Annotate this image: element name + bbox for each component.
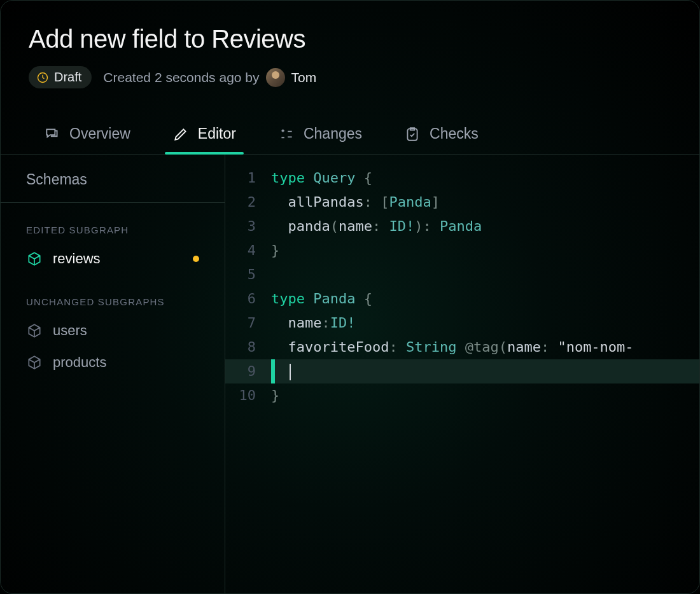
status-badge: Draft xyxy=(29,66,92,88)
page-title: Add new field to Reviews xyxy=(29,25,671,53)
code-content: favoriteFood: String @tag(name: "nom-nom… xyxy=(271,335,699,359)
tab-label: Overview xyxy=(69,125,130,142)
tab-label: Changes xyxy=(304,125,362,142)
code-line[interactable]: 2 allPandas: [Panda] xyxy=(225,190,699,214)
sidebar-title: Schemas xyxy=(1,171,225,203)
diff-icon xyxy=(278,126,295,142)
line-number: 5 xyxy=(225,263,271,287)
code-editor[interactable]: 1type Query {2 allPandas: [Panda]3 panda… xyxy=(225,155,699,594)
line-number: 3 xyxy=(225,214,271,238)
line-number: 7 xyxy=(225,311,271,335)
avatar xyxy=(266,68,285,87)
line-number: 8 xyxy=(225,335,271,359)
cube-icon xyxy=(26,322,43,339)
code-line[interactable]: 4} xyxy=(225,238,699,263)
code-content: } xyxy=(271,383,699,408)
sidebar-item-reviews[interactable]: reviews xyxy=(26,243,199,275)
sidebar-item-label: products xyxy=(53,354,106,371)
code-line[interactable]: 1type Query { xyxy=(225,166,699,190)
tabs: Overview Editor Changes Checks xyxy=(1,115,699,155)
code-line[interactable]: 6type Panda { xyxy=(225,287,699,311)
code-content: type Query { xyxy=(271,166,699,190)
author-name: Tom xyxy=(291,70,317,85)
modified-dot-icon xyxy=(193,256,199,262)
cube-icon xyxy=(26,251,43,267)
sidebar-item-products[interactable]: products xyxy=(26,347,199,378)
sidebar: Schemas EDITED SUBGRAPH reviews UNCHANGE… xyxy=(1,155,225,594)
tab-label: Editor xyxy=(198,125,236,142)
code-content: name:ID! xyxy=(271,311,699,335)
section-label-unchanged: UNCHANGED SUBGRAPHS xyxy=(26,296,199,307)
code-content: panda(name: ID!): Panda xyxy=(271,214,699,238)
clock-icon xyxy=(36,71,49,84)
tab-label: Checks xyxy=(430,125,479,142)
cursor xyxy=(290,364,291,380)
tab-checks[interactable]: Checks xyxy=(402,115,481,154)
pencil-icon xyxy=(172,126,189,142)
line-number: 9 xyxy=(225,359,271,383)
code-content: allPandas: [Panda] xyxy=(271,190,699,214)
code-line[interactable]: 10} xyxy=(225,383,699,408)
code-content xyxy=(271,359,699,383)
line-number: 6 xyxy=(225,287,271,311)
created-prefix: Created 2 seconds ago by xyxy=(103,70,259,85)
code-line[interactable]: 3 panda(name: ID!): Panda xyxy=(225,214,699,238)
code-content: type Panda { xyxy=(271,287,699,311)
line-number: 4 xyxy=(225,238,271,263)
sidebar-item-label: users xyxy=(53,322,87,339)
tab-overview[interactable]: Overview xyxy=(41,115,133,154)
line-number: 1 xyxy=(225,166,271,190)
line-number: 2 xyxy=(225,190,271,214)
section-label-edited: EDITED SUBGRAPH xyxy=(26,224,199,235)
meta-row: Draft Created 2 seconds ago by Tom xyxy=(29,66,671,88)
code-line[interactable]: 5 xyxy=(225,263,699,287)
code-content: } xyxy=(271,238,699,263)
created-by: Created 2 seconds ago by Tom xyxy=(103,68,316,87)
code-line[interactable]: 9 xyxy=(225,359,699,383)
code-line[interactable]: 8 favoriteFood: String @tag(name: "nom-n… xyxy=(225,335,699,359)
tab-editor[interactable]: Editor xyxy=(170,115,239,154)
sidebar-item-label: reviews xyxy=(53,251,101,267)
line-number: 10 xyxy=(225,383,271,408)
cube-icon xyxy=(26,354,43,371)
sidebar-item-users[interactable]: users xyxy=(26,315,199,347)
tab-changes[interactable]: Changes xyxy=(276,115,365,154)
status-text: Draft xyxy=(54,70,81,85)
clipboard-check-icon xyxy=(404,126,421,142)
code-line[interactable]: 7 name:ID! xyxy=(225,311,699,335)
chat-icon xyxy=(44,126,60,142)
